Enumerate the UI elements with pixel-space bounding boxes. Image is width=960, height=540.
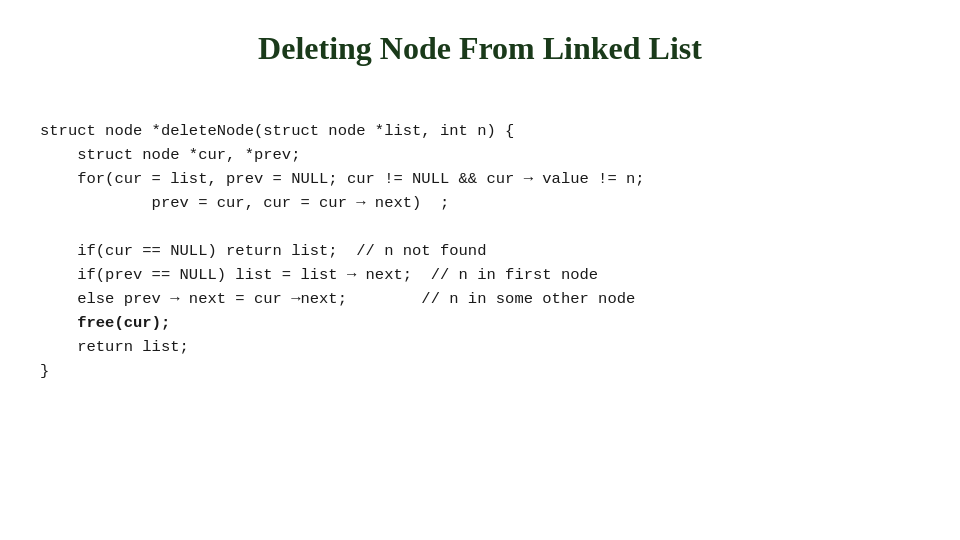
slide-title: Deleting Node From Linked List	[40, 30, 920, 67]
keyword-other: other	[542, 290, 589, 308]
code-block: struct node *deleteNode(struct node *lis…	[40, 95, 920, 407]
code-line-2: struct node *cur, *prev;	[40, 146, 300, 164]
code-line-6: if(cur == NULL) return list; // n not fo…	[40, 242, 486, 260]
code-line-11: }	[40, 362, 49, 380]
keyword-int: int	[440, 122, 468, 140]
code-line-1: struct node *deleteNode(struct node *lis…	[40, 122, 514, 140]
code-line-7: if(prev == NULL) list = list → next; // …	[40, 266, 598, 284]
code-line-9: free(cur);	[40, 314, 170, 332]
code-line-8: else prev → next = cur →next; // n in so…	[40, 290, 635, 308]
keyword-free: free(cur);	[77, 314, 170, 332]
slide-container: Deleting Node From Linked List struct no…	[0, 0, 960, 540]
code-line-10: return list;	[40, 338, 189, 356]
code-line-4: prev = cur, cur = cur → next) ;	[40, 194, 449, 212]
code-line-3: for(cur = list, prev = NULL; cur != NULL…	[40, 170, 645, 188]
